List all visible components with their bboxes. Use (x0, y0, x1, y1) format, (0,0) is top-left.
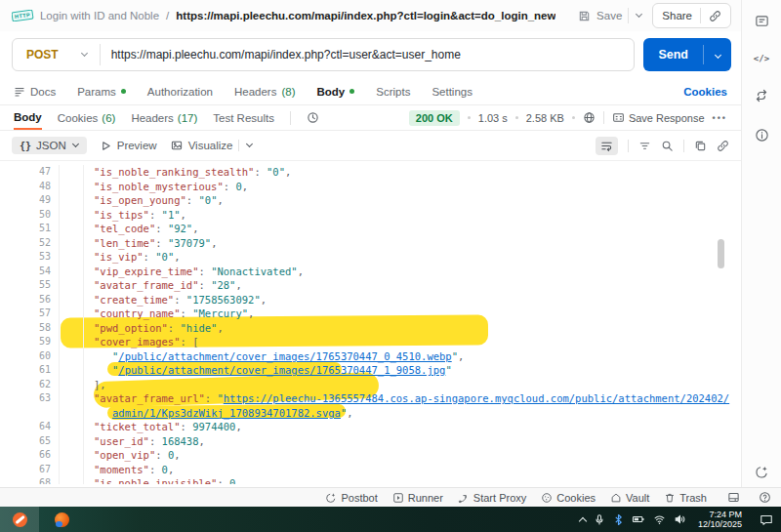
fold-gutter[interactable] (59, 363, 84, 378)
fold-gutter[interactable] (59, 208, 84, 223)
fold-gutter[interactable] (59, 335, 84, 349)
response-body-viewer[interactable]: 47"is_noble_ranking_stealth": "0",48"is_… (0, 161, 741, 488)
code-line: 58"pwd_option": "hide", (0, 321, 741, 336)
postbot-sidebar-icon[interactable] (755, 465, 769, 479)
sync-arrows-icon[interactable] (755, 89, 768, 102)
fold-gutter[interactable] (59, 434, 84, 449)
tab-authorization[interactable]: Authorization (147, 86, 213, 98)
format-selector[interactable]: {} JSON (12, 137, 87, 154)
link-icon[interactable] (717, 140, 729, 152)
breadcrumb-collection[interactable]: Login with ID and Noble (40, 10, 159, 21)
code-text: "pwd_option": "hide", (84, 321, 224, 336)
line-number (0, 406, 59, 421)
vault-button[interactable]: Vault (610, 492, 649, 504)
help-icon[interactable] (759, 491, 771, 504)
preview-button[interactable]: Preview (101, 140, 157, 151)
fold-gutter[interactable] (59, 293, 84, 307)
method-selector[interactable]: POST (13, 48, 100, 61)
fold-gutter[interactable] (59, 349, 84, 364)
tab-body[interactable]: Body (316, 86, 354, 98)
scrollbar-thumb[interactable] (718, 239, 724, 268)
more-options-icon[interactable]: ••• (713, 113, 727, 123)
tab-settings[interactable]: Settings (432, 86, 473, 98)
tab-scripts[interactable]: Scripts (376, 86, 410, 98)
trash-button[interactable]: Trash (664, 492, 707, 504)
volume-icon[interactable] (674, 513, 686, 525)
line-number: 60 (0, 349, 59, 364)
json-link[interactable]: /public/attachment/cover_images/17653704… (118, 350, 451, 362)
bluetooth-icon[interactable] (613, 513, 624, 526)
fold-gutter[interactable] (59, 193, 84, 208)
fold-gutter[interactable] (59, 236, 84, 251)
visualize-chevron-icon[interactable] (246, 140, 253, 146)
request-url-box: POST https://mapi.pleechu.com/mapi/index… (12, 38, 635, 71)
tray-expand-icon[interactable] (579, 516, 587, 524)
tab-params[interactable]: Params (77, 86, 126, 98)
divider (628, 8, 629, 23)
wrap-text-button[interactable] (596, 137, 618, 155)
line-number: 61 (0, 363, 59, 378)
bottom-panel-icon[interactable] (727, 491, 740, 504)
vault-icon (610, 492, 622, 504)
fold-gutter[interactable] (59, 476, 84, 484)
fold-gutter[interactable] (59, 406, 84, 421)
tab-headers[interactable]: Headers(8) (234, 86, 296, 98)
fold-gutter[interactable] (59, 448, 84, 463)
json-link[interactable]: /public/attachment/cover_images/17653704… (118, 364, 445, 376)
comments-icon[interactable] (755, 14, 769, 28)
fold-gutter[interactable] (59, 265, 84, 279)
response-size[interactable]: 2.58 KB (526, 112, 564, 124)
copy-link-icon[interactable] (709, 10, 721, 22)
filter-icon[interactable] (638, 140, 651, 152)
fold-gutter[interactable] (59, 250, 84, 265)
taskbar-clock[interactable]: 7:24 PM 12/10/2025 (694, 510, 742, 529)
response-tab-headers[interactable]: Headers(17) (131, 105, 197, 130)
fold-gutter[interactable] (59, 307, 84, 321)
save-button[interactable]: Save (578, 8, 642, 23)
status-badge[interactable]: 200 OK (409, 110, 460, 126)
send-options-chevron[interactable] (704, 46, 731, 63)
cookies-button[interactable]: Cookies (541, 492, 596, 504)
notification-center-icon[interactable] (760, 513, 773, 526)
send-button[interactable]: Send (643, 38, 731, 71)
code-snippet-icon[interactable]: </> (754, 54, 769, 63)
response-tab-body[interactable]: Body (14, 105, 42, 130)
network-globe-icon[interactable] (583, 111, 596, 124)
taskbar-active-app[interactable] (0, 507, 39, 532)
postbot-button[interactable]: Postbot (325, 492, 377, 504)
fold-gutter[interactable] (59, 278, 84, 293)
tab-docs[interactable]: Docs (14, 86, 56, 98)
response-tab-test-results[interactable]: Test Results (213, 105, 274, 130)
cookies-link[interactable]: Cookies (683, 86, 727, 98)
share-button[interactable]: Share (652, 3, 731, 28)
response-time[interactable]: 1.03 s (478, 112, 508, 124)
runner-button[interactable]: Runner (392, 492, 443, 504)
fold-gutter[interactable] (59, 420, 84, 434)
info-icon[interactable] (755, 128, 769, 143)
json-link[interactable]: https://pleechu-1365557484.cos.ap-singap… (224, 392, 729, 404)
fold-gutter[interactable] (59, 222, 84, 236)
microphone-icon[interactable] (594, 513, 605, 526)
fold-gutter[interactable] (59, 463, 84, 477)
response-tab-cookies[interactable]: Cookies(6) (58, 105, 116, 130)
wifi-icon[interactable] (653, 513, 666, 525)
taskbar-app-icon[interactable] (55, 512, 69, 527)
save-response-button[interactable]: Save Response (612, 111, 705, 124)
copy-icon[interactable] (694, 140, 707, 152)
code-text: "cover_images": [ (84, 335, 198, 349)
breadcrumb-request-name[interactable]: https://mapi.pleechu.com/mapi/index.php?… (176, 10, 555, 21)
save-chevron-icon[interactable] (636, 10, 642, 17)
fold-gutter[interactable] (59, 165, 84, 180)
fold-gutter[interactable] (59, 391, 84, 406)
start-proxy-button[interactable]: Start Proxy (458, 492, 526, 504)
history-icon[interactable] (307, 111, 319, 124)
save-icon (578, 10, 591, 22)
visualize-button[interactable]: Visualize (171, 140, 254, 151)
json-link[interactable]: admin/1/Kps3dzWikj_1708934701782.svga (112, 407, 341, 419)
search-icon[interactable] (661, 140, 674, 152)
fold-gutter[interactable] (59, 321, 84, 336)
url-input[interactable]: https://mapi.pleechu.com/mapi/index.php?… (101, 48, 461, 61)
fold-gutter[interactable] (59, 378, 84, 392)
fold-gutter[interactable] (59, 180, 84, 194)
battery-icon[interactable] (632, 513, 645, 525)
